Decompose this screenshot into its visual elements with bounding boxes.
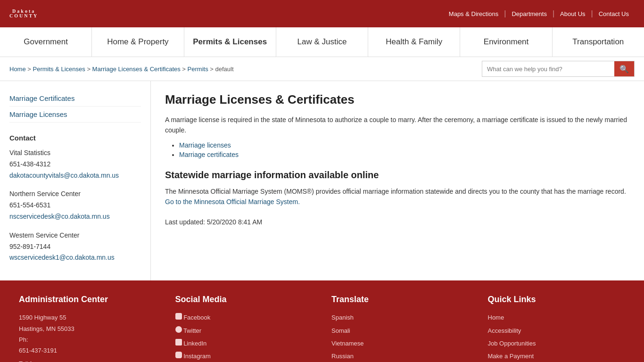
- footer-admin-address: 1590 Highway 55 Hastings, MN 55033 Ph: 6…: [19, 312, 157, 362]
- translate-russian[interactable]: Russian: [331, 351, 469, 362]
- western-phone: 952-891-7144: [9, 241, 141, 253]
- section-title: Statewide marriage information available…: [165, 170, 630, 181]
- nav-departments[interactable]: Departments: [506, 10, 552, 17]
- footer-translate-title: Translate: [331, 295, 469, 304]
- sidebar-marriage-licenses[interactable]: Marriage Licenses: [9, 107, 141, 123]
- page-title: Marriage Licenses & Certificates: [165, 92, 630, 107]
- breadcrumb: Home > Permits & Licenses > Marriage Lic…: [9, 66, 234, 73]
- northern-phone: 651-554-6531: [9, 200, 141, 211]
- marriage-certificates-link[interactable]: Marriage certificates: [179, 151, 239, 158]
- vital-statistics-email[interactable]: dakotacountyvitals@co.dakota.mn.us: [9, 172, 119, 179]
- nav-transportation[interactable]: Transportation: [553, 27, 644, 57]
- footer-quicklinks-title: Quick Links: [488, 295, 626, 304]
- vital-statistics-phone: 651-438-4312: [9, 159, 141, 170]
- nav-contact[interactable]: Contact Us: [593, 10, 635, 17]
- search-button[interactable]: 🔍: [614, 61, 634, 76]
- facebook-label: Facebook: [183, 314, 210, 321]
- section-text: The Minnesota Official Marriage System (…: [165, 186, 630, 207]
- western-email[interactable]: wscservicedesk1@co.dakota.mn.us: [9, 254, 115, 261]
- twitter-label: Twitter: [183, 327, 201, 334]
- quicklink-jobs[interactable]: Job Opportunities: [488, 338, 626, 349]
- footer-translate: Translate Spanish Somali Vietnamese Russ…: [331, 295, 469, 362]
- logo-sub: COUNTY: [9, 14, 38, 18]
- main-nav: Government Home & Property Permits & Lic…: [0, 27, 644, 57]
- nav-health-family[interactable]: Health & Family: [368, 27, 460, 57]
- breadcrumb-bar: Home > Permits & Licenses > Marriage Lic…: [0, 57, 644, 81]
- address-line2: Hastings, MN 55033: [19, 323, 157, 334]
- footer: Administration Center 1590 Highway 55 Ha…: [0, 280, 644, 362]
- northern-email[interactable]: nscservicedesk@co.dakota.mn.us: [9, 213, 110, 220]
- instagram-icon: [175, 352, 182, 358]
- list-item: Marriage certificates: [179, 151, 630, 158]
- quicklink-accessibility[interactable]: Accessibility: [488, 325, 626, 336]
- section-text-1: The Minnesota Official Marriage System (…: [165, 188, 626, 195]
- moms-link[interactable]: Go to the Minnesota Official Marriage Sy…: [165, 198, 300, 206]
- social-instagram[interactable]: Instagram: [175, 351, 313, 362]
- footer-social: Social Media Facebook Twitter LinkedIn I…: [175, 295, 313, 362]
- nav-maps[interactable]: Maps & Directions: [443, 10, 504, 17]
- footer-social-title: Social Media: [175, 295, 313, 304]
- translate-somali[interactable]: Somali: [331, 325, 469, 336]
- linkedin-label: LinkedIn: [183, 340, 206, 347]
- breadcrumb-current: default: [215, 66, 233, 73]
- search-bar: 🔍: [482, 61, 635, 77]
- western-name: Western Service Center: [9, 230, 141, 241]
- social-linkedin[interactable]: LinkedIn: [175, 338, 313, 349]
- intro-text: A marriage license is required in the st…: [165, 115, 630, 136]
- twitter-icon: [175, 326, 182, 333]
- marriage-licenses-link[interactable]: Marriage licenses: [179, 141, 231, 149]
- phone-label: Ph:: [19, 336, 28, 343]
- nav-about[interactable]: About Us: [554, 10, 591, 17]
- contact-vital-statistics: Vital Statistics 651-438-4312 dakotacoun…: [9, 148, 141, 181]
- content-wrapper: Marriage Certificates Marriage Licenses …: [0, 81, 644, 280]
- linkedin-icon: [175, 339, 182, 346]
- northern-name: Northern Service Center: [9, 189, 141, 200]
- sidebar: Marriage Certificates Marriage Licenses …: [0, 81, 151, 280]
- nav-permits-licenses[interactable]: Permits & Licenses: [184, 27, 276, 57]
- footer-quick-links: Quick Links Home Accessibility Job Oppor…: [488, 295, 626, 362]
- address-line1: 1590 Highway 55: [19, 312, 157, 323]
- translate-spanish[interactable]: Spanish: [331, 312, 469, 323]
- facebook-icon: [175, 313, 182, 320]
- contact-western: Western Service Center 952-891-7144 wscs…: [9, 230, 141, 263]
- breadcrumb-marriage[interactable]: Marriage Licenses & Certificates: [92, 66, 181, 73]
- content-links-list: Marriage licenses Marriage certificates: [179, 141, 630, 158]
- translate-vietnamese[interactable]: Vietnamese: [331, 338, 469, 349]
- list-item: Marriage licenses: [179, 141, 630, 149]
- instagram-label: Instagram: [183, 353, 211, 360]
- site-logo: Dakota COUNTY: [9, 9, 38, 18]
- footer-admin-title: Administration Center: [19, 295, 157, 304]
- nav-environment[interactable]: Environment: [460, 27, 552, 57]
- search-input[interactable]: [482, 61, 614, 76]
- footer-admin: Administration Center 1590 Highway 55 Ha…: [19, 295, 157, 362]
- tollfree-label: Toll free:: [19, 360, 42, 362]
- top-nav: Maps & Directions | Departments | About …: [443, 9, 635, 18]
- top-header: Dakota COUNTY Maps & Directions | Depart…: [0, 0, 644, 27]
- main-content: Marriage Licenses & Certificates A marri…: [151, 81, 644, 280]
- vital-statistics-name: Vital Statistics: [9, 148, 141, 159]
- last-updated: Last updated: 5/20/2020 8:41 AM: [165, 217, 630, 227]
- breadcrumb-permits[interactable]: Permits & Licenses: [33, 66, 85, 73]
- nav-government[interactable]: Government: [0, 27, 92, 57]
- sidebar-marriage-certificates[interactable]: Marriage Certificates: [9, 90, 141, 107]
- quicklink-home[interactable]: Home: [488, 312, 626, 323]
- social-twitter[interactable]: Twitter: [175, 325, 313, 336]
- admin-phone-row: Ph: 651-437-3191: [19, 334, 157, 356]
- breadcrumb-permits-sub[interactable]: Permits: [188, 66, 208, 73]
- admin-phone[interactable]: 651-437-3191: [19, 345, 157, 356]
- contact-northern: Northern Service Center 651-554-6531 nsc…: [9, 189, 141, 222]
- nav-law-justice[interactable]: Law & Justice: [276, 27, 368, 57]
- nav-home-property[interactable]: Home & Property: [92, 27, 184, 57]
- quicklink-payment[interactable]: Make a Payment: [488, 351, 626, 362]
- social-facebook[interactable]: Facebook: [175, 312, 313, 323]
- breadcrumb-home[interactable]: Home: [9, 66, 26, 73]
- contact-section: Contact Vital Statistics 651-438-4312 da…: [9, 134, 141, 263]
- admin-tollfree-row: Toll free: 800-247-1056: [19, 358, 157, 362]
- contact-label: Contact: [9, 134, 141, 142]
